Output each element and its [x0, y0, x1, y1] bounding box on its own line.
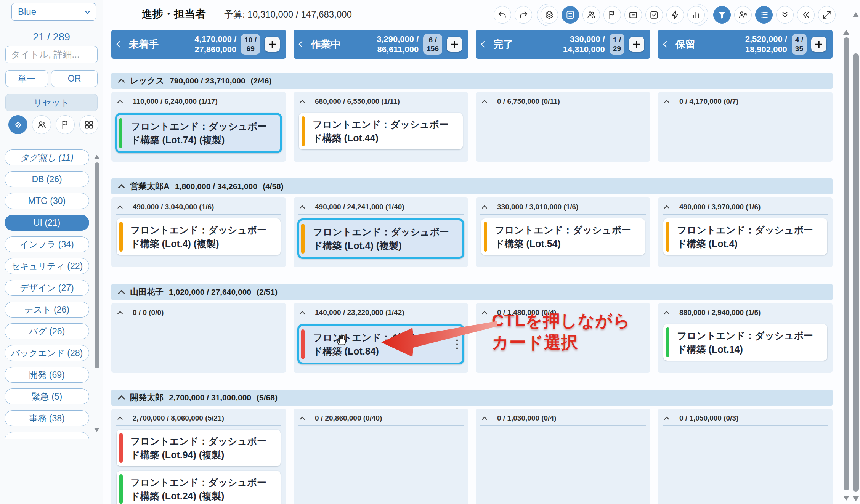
toolbar-maximize-button[interactable]: [818, 6, 836, 24]
tag-pill[interactable]: DB (26): [5, 171, 89, 187]
cell-divider: [116, 109, 281, 109]
lane-collapse-chevron-icon[interactable]: [118, 184, 125, 191]
column-collapse-chevron-icon[interactable]: [117, 41, 123, 48]
cell-collapse-chevron-icon[interactable]: [300, 100, 305, 105]
task-card[interactable]: フロントエンド：ダッシュボード構築 (Lot.94) (複製): [117, 430, 281, 466]
window-scrollbar-up-arrow[interactable]: [853, 12, 859, 17]
task-card[interactable]: フロントエンド：ダッシュボード構築 (Lot.4): [663, 218, 827, 255]
window-scrollbar-thumb[interactable]: [853, 53, 859, 492]
tag-scrollbar-down-arrow[interactable]: [94, 428, 99, 432]
task-card[interactable]: フロントエンド：ダッシュボード構築 (Lot.24) (複製): [117, 471, 281, 504]
toolbar-zap-button[interactable]: [666, 6, 684, 24]
tag-pill[interactable]: 事務 (38): [5, 410, 89, 426]
cell-collapse-chevron-icon[interactable]: [117, 311, 123, 316]
toolbar-layers-button[interactable]: [541, 6, 558, 24]
column-count-badge[interactable]: 1 /29: [610, 34, 624, 55]
column-add-card-button[interactable]: [447, 37, 462, 52]
cell-divider: [663, 425, 828, 426]
toolbar-flag-button[interactable]: [603, 6, 621, 24]
toolbar-card-minus-button[interactable]: [624, 6, 642, 24]
board-scrollbar-down-arrow[interactable]: [843, 496, 849, 501]
bar-chart-icon: [691, 10, 701, 20]
lane-collapse-chevron-icon[interactable]: [118, 290, 125, 297]
cell-collapse-chevron-icon[interactable]: [300, 205, 305, 211]
toolbar-users-button[interactable]: [582, 6, 600, 24]
toolbar-filter-button[interactable]: [713, 6, 731, 24]
column-collapse-chevron-icon[interactable]: [299, 41, 305, 48]
tag-scrollbar-up-arrow[interactable]: [94, 155, 99, 159]
lane-cell: 0 / 4,170,000 (0/7): [658, 92, 833, 162]
cell-collapse-chevron-icon[interactable]: [482, 100, 487, 105]
task-card[interactable]: フロントエンド：ダッシュボード構築 (Lot.54): [481, 218, 645, 255]
board-scrollbar-thumb[interactable]: [844, 37, 849, 490]
tag-pill[interactable]: タグ無し (11): [5, 149, 89, 165]
users-icon: [37, 120, 47, 130]
toolbar-chevrons-left-button[interactable]: [797, 6, 815, 24]
or-mode-button[interactable]: OR: [51, 70, 98, 87]
filter-by-grid-button[interactable]: [79, 115, 98, 134]
toolbar-chevrons-down-button[interactable]: [776, 6, 794, 24]
column-collapse-chevron-icon[interactable]: [663, 41, 670, 48]
cell-collapse-chevron-icon[interactable]: [482, 417, 487, 422]
toolbar-undo-button[interactable]: [494, 6, 511, 24]
tag-pill[interactable]: MTG (30): [5, 193, 89, 209]
tag-pill[interactable]: インフラ (34): [5, 236, 89, 252]
filter-by-users-button[interactable]: [32, 115, 51, 134]
toolbar-user-x-button[interactable]: [734, 6, 752, 24]
window-scrollbar-down-arrow[interactable]: [853, 496, 859, 501]
tag-pill[interactable]: 緊急 (5): [5, 388, 89, 404]
cell-collapse-chevron-icon[interactable]: [482, 205, 487, 211]
filter-by-tag-button[interactable]: [8, 115, 27, 134]
board-scrollbar-up-arrow[interactable]: [843, 30, 849, 35]
column-collapse-chevron-icon[interactable]: [481, 41, 488, 48]
tag-pill[interactable]: [5, 432, 89, 439]
tag-pill[interactable]: テスト (26): [5, 302, 89, 318]
column-add-card-button[interactable]: [629, 37, 644, 52]
reset-filter-button[interactable]: リセット: [5, 94, 98, 111]
cell-collapse-chevron-icon[interactable]: [117, 417, 123, 422]
column-count-badge[interactable]: 6 /156: [423, 34, 442, 55]
cell-collapse-chevron-icon[interactable]: [117, 100, 123, 105]
column-count-badge[interactable]: 4 /35: [792, 34, 807, 55]
cell-collapse-chevron-icon[interactable]: [664, 100, 669, 105]
filter-by-flag-button[interactable]: [56, 115, 75, 134]
column-add-card-button[interactable]: [811, 37, 826, 52]
flag-icon: [60, 120, 71, 130]
single-mode-button[interactable]: 単一: [5, 70, 48, 87]
card-status-stripe: [119, 474, 123, 504]
tag-pill[interactable]: UI (21): [5, 215, 89, 231]
task-card[interactable]: フロントエンド：ダッシュボード構築 (Lot.44): [299, 113, 463, 149]
cell-collapse-chevron-icon[interactable]: [117, 205, 123, 211]
chevrons-left-icon: [801, 10, 811, 20]
cell-collapse-chevron-icon[interactable]: [664, 417, 669, 422]
sidebar-divider: [0, 143, 103, 143]
card-title: フロントエンド：ダッシュボード構築 (Lot.54): [495, 225, 631, 249]
toolbar-kanban-button[interactable]: [562, 6, 579, 24]
toolbar-redo-button[interactable]: [515, 6, 532, 24]
board-view-select[interactable]: Blue: [11, 3, 96, 21]
tag-pill[interactable]: バックエンド (28): [5, 345, 89, 361]
tag-pill[interactable]: バグ (26): [5, 323, 89, 339]
toolbar-list-button[interactable]: [755, 6, 773, 24]
search-input[interactable]: [5, 46, 98, 63]
toolbar-check-square-button[interactable]: [645, 6, 663, 24]
lane-collapse-chevron-icon[interactable]: [118, 395, 125, 402]
task-card[interactable]: フロントエンド：ダッシュボード構築 (Lot.74) (複製): [115, 113, 282, 153]
column-add-card-button[interactable]: [265, 37, 280, 52]
lane-collapse-chevron-icon[interactable]: [118, 79, 125, 85]
lane-cell: 490,000 / 24,241,000 (1/40)フロントエンド：ダッシュボ…: [294, 197, 468, 267]
badge-line1: 6 /: [427, 35, 439, 44]
tag-pill[interactable]: セキュリティ (22): [5, 258, 89, 274]
cell-collapse-chevron-icon[interactable]: [664, 311, 669, 316]
cell-collapse-chevron-icon[interactable]: [664, 205, 669, 211]
cell-collapse-chevron-icon[interactable]: [300, 311, 305, 316]
tag-scrollbar-thumb[interactable]: [95, 162, 99, 368]
task-card[interactable]: フロントエンド：ダッシュボード構築 (Lot.4) (複製): [117, 218, 281, 255]
toolbar-bar-chart-button[interactable]: [687, 6, 705, 24]
tag-pill[interactable]: デザイン (27): [5, 280, 89, 296]
cell-collapse-chevron-icon[interactable]: [300, 417, 305, 422]
column-count-badge[interactable]: 10 /69: [241, 34, 260, 55]
tag-pill[interactable]: 開発 (69): [5, 367, 89, 383]
task-card[interactable]: フロントエンド：ダッシュボード構築 (Lot.14): [663, 324, 827, 361]
task-card[interactable]: フロントエンド：ダッシュボード構築 (Lot.4) (複製): [297, 218, 464, 259]
